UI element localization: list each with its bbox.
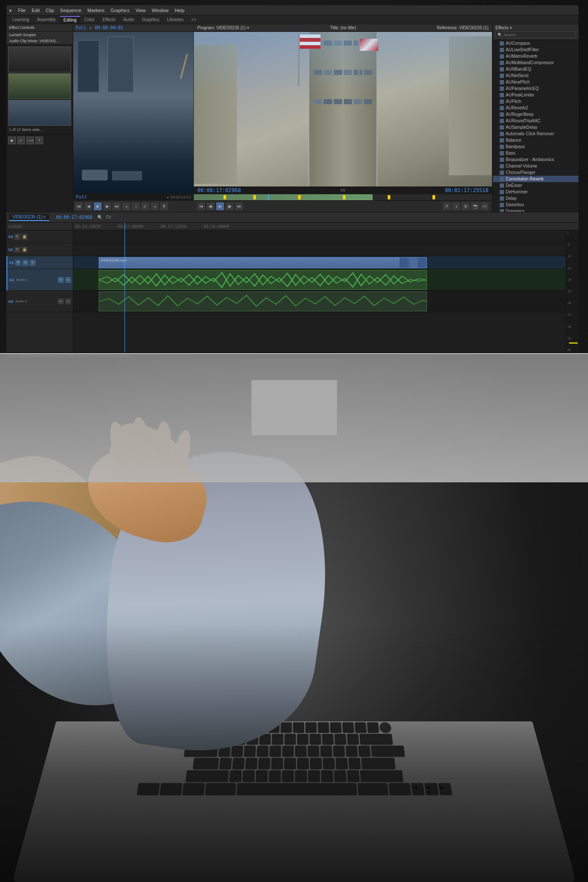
key-rshift[interactable] — [360, 770, 403, 782]
key-0[interactable] — [322, 734, 333, 745]
key-g[interactable] — [271, 758, 283, 769]
key-period[interactable] — [333, 770, 346, 782]
track-v3-toggle[interactable]: 👁 — [14, 234, 20, 240]
key-updown[interactable]: ▲ ▼ — [424, 783, 439, 795]
effect-item-aupeaklimiter[interactable]: 🎵 AUPeakLimiter — [493, 92, 579, 98]
effect-item-dynamics[interactable]: 🎵 Dynamics — [493, 208, 579, 212]
ctrl-play[interactable]: ▶ — [94, 202, 102, 210]
key-option-right[interactable] — [388, 783, 411, 795]
key-f9[interactable] — [330, 722, 341, 733]
effect-item-auparametric[interactable]: 🎵 AUParametricEQ — [493, 85, 579, 92]
thumbnail-2[interactable] — [8, 73, 71, 99]
timecode-ruler[interactable]: 00:16:22050 00:17:00000 00:17:22050 00:1… — [73, 223, 579, 230]
key-ctrl[interactable] — [159, 783, 182, 795]
track-v1-lock[interactable]: M — [22, 260, 28, 266]
effect-item-dehummer[interactable]: 🎵 DeHummer — [493, 189, 579, 195]
key-capslock[interactable] — [193, 758, 218, 769]
effect-item-balance[interactable]: 🎵 Balance — [493, 137, 579, 143]
effect-item-binaural[interactable]: 🎵 Binauralizer - Ambisonics — [493, 156, 579, 163]
key-equals[interactable] — [346, 734, 358, 745]
audio-mixer-tab[interactable]: Audio Clip Mixer: VIDEO02... — [9, 39, 59, 43]
key-f11[interactable] — [354, 722, 366, 733]
effect-item-aurogerbeep[interactable]: 🎵 AURogerBeep — [493, 111, 579, 118]
program-fit-label[interactable]: Fit — [341, 188, 345, 193]
key-b[interactable] — [281, 770, 293, 782]
key-backtick[interactable] — [196, 734, 208, 745]
audio-clip-2[interactable] — [99, 292, 427, 311]
key-f2[interactable] — [243, 722, 254, 733]
effect-item-auroundtrip[interactable]: 🎵 AURoundTripAAC — [493, 118, 579, 124]
tl-tab-sequence[interactable]: VIDEO0235 (1) ≡ — [9, 214, 49, 221]
menu-premiere[interactable]: ● — [9, 8, 12, 13]
menu-file[interactable]: File — [18, 8, 26, 13]
track-a1-mute[interactable]: M — [58, 277, 64, 283]
key-quote[interactable] — [348, 758, 361, 769]
key-d[interactable] — [245, 758, 257, 769]
program-label[interactable]: Program: VIDEO0235 (1) ≡ — [197, 25, 249, 30]
program-scrubber[interactable] — [194, 194, 492, 200]
ctrl-mark-out[interactable]: ⬦ — [132, 202, 140, 210]
prog-ctrl-loop[interactable]: ↺ — [443, 202, 451, 210]
tab-audio[interactable]: Audio — [120, 16, 138, 23]
key-r[interactable] — [256, 745, 268, 757]
key-m[interactable] — [308, 770, 320, 782]
track-v2-lock[interactable]: 🔒 — [22, 247, 28, 253]
timeline-timecode[interactable]: 00:00:17:02968 — [56, 215, 92, 220]
thumbnail-1[interactable] — [8, 47, 71, 72]
effect-item-bandpass[interactable]: 🎵 Bandpass — [493, 143, 579, 150]
key-h[interactable] — [284, 758, 296, 769]
track-a2-solo[interactable]: S — [65, 298, 71, 304]
ctrl-export[interactable]: ⬆ — [160, 202, 168, 210]
key-3[interactable] — [233, 734, 246, 745]
key-q[interactable] — [218, 745, 230, 757]
lumetri-tab[interactable]: Lumetri Scopes — [9, 33, 36, 37]
audio-clip-1[interactable] — [99, 270, 427, 290]
track-v2-toggle[interactable]: 👁 — [14, 247, 20, 253]
key-f3[interactable] — [255, 722, 267, 733]
key-p[interactable] — [333, 745, 345, 757]
key-a[interactable] — [219, 758, 232, 769]
track-v3-lock[interactable]: 🔒 — [22, 234, 28, 240]
prog-ctrl-step-back[interactable]: ◀| — [207, 202, 215, 210]
key-space[interactable] — [236, 783, 357, 795]
key-minus[interactable] — [334, 734, 346, 745]
key-return[interactable] — [361, 758, 395, 769]
key-l[interactable] — [323, 758, 335, 769]
track-v1-toggle[interactable]: 👁 — [15, 260, 21, 266]
ctrl-insert[interactable]: ↙ — [141, 202, 149, 210]
key-esc[interactable] — [197, 722, 230, 733]
tab-learning[interactable]: Learning — [9, 16, 33, 23]
effect-item-aunetsend[interactable]: 🎵 AUNetSend — [493, 72, 579, 79]
track-v1-content[interactable]: VIDEO0258.mp4 — [73, 256, 579, 269]
key-5[interactable] — [259, 734, 271, 745]
prog-ctrl-more[interactable]: >> — [481, 202, 488, 210]
ctrl-overwrite[interactable]: ↘ — [151, 202, 159, 210]
effect-item-convolution[interactable]: 🎵 Convolution Reverb — [493, 176, 579, 182]
effect-item-aureverb[interactable]: 🎵 AUReverb2 — [493, 105, 579, 111]
key-lbracket[interactable] — [345, 745, 357, 757]
tool-text[interactable]: T — [35, 137, 43, 144]
track-v3-content[interactable] — [73, 230, 579, 243]
key-i[interactable] — [307, 745, 319, 757]
key-2[interactable] — [221, 734, 233, 745]
key-6[interactable] — [271, 734, 283, 745]
key-o[interactable] — [320, 745, 332, 757]
key-f12[interactable] — [367, 722, 379, 733]
tab-color[interactable]: Color — [81, 16, 98, 23]
prog-ctrl-step-fwd[interactable]: |▶ — [226, 202, 233, 210]
key-8[interactable] — [297, 734, 308, 745]
key-9[interactable] — [309, 734, 321, 745]
key-s[interactable] — [232, 758, 245, 769]
effect-item-bass[interactable]: 🎵 Bass — [493, 150, 579, 156]
key-t[interactable] — [269, 745, 281, 757]
key-f7[interactable] — [305, 722, 316, 733]
key-fn[interactable] — [136, 783, 159, 795]
tab-more[interactable]: >> — [188, 16, 200, 23]
key-left[interactable]: ◀ — [411, 783, 424, 795]
key-delete[interactable] — [359, 734, 392, 745]
ctrl-rewind[interactable]: ⏮ — [75, 202, 83, 210]
key-z[interactable] — [229, 770, 241, 782]
effect-item-aumulti[interactable]: 🎵 AUMultibandCompressor — [493, 59, 579, 66]
menu-markers[interactable]: Markers — [87, 8, 105, 13]
tab-graphics[interactable]: Graphics — [139, 16, 163, 23]
